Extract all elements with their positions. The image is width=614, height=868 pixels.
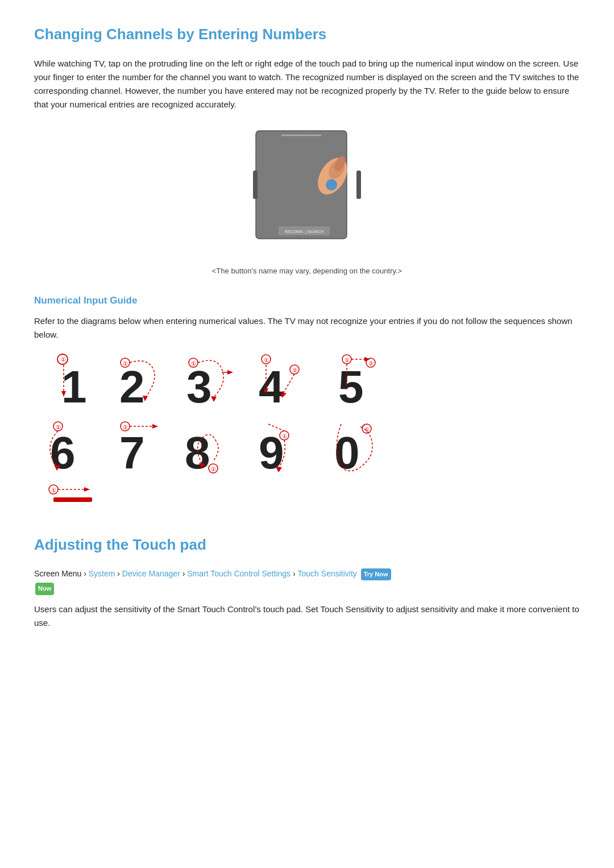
breadcrumb-sep3: › bbox=[293, 569, 298, 578]
svg-marker-53 bbox=[152, 424, 158, 429]
digits-row-1: 1 ① 2 ① 3 ① bbox=[40, 350, 563, 412]
main-title: Changing Channels by Entering Numbers bbox=[34, 23, 580, 47]
digits-row-2: 6 ① 7 ① 8 ① 9 ① bbox=[40, 416, 563, 478]
svg-line-35 bbox=[283, 374, 294, 393]
breadcrumb-sep1: › bbox=[117, 569, 122, 578]
svg-text:2: 2 bbox=[119, 362, 145, 412]
adjusting-title: Adjusting the Touch pad bbox=[34, 533, 580, 557]
svg-text:1: 1 bbox=[61, 362, 87, 412]
svg-marker-69 bbox=[84, 487, 90, 492]
breadcrumb-system[interactable]: System bbox=[89, 569, 115, 578]
svg-text:②: ② bbox=[292, 367, 297, 373]
svg-text:RECOMM. | SEARCH: RECOMM. | SEARCH bbox=[285, 230, 324, 234]
image-caption: <The button's name may vary, depending o… bbox=[34, 265, 580, 277]
main-body: While watching TV, tap on the protruding… bbox=[34, 57, 580, 111]
svg-text:①: ① bbox=[191, 360, 196, 367]
breadcrumb-sep2: › bbox=[182, 569, 188, 578]
svg-text:0: 0 bbox=[334, 427, 360, 478]
numerical-input-guide-title: Numerical Input Guide bbox=[34, 293, 580, 308]
adjusting-body-text: Users can adjust the sensitivity of the … bbox=[34, 604, 321, 614]
now-badge-green[interactable]: Now bbox=[35, 583, 54, 595]
breadcrumb-device-manager[interactable]: Device Manager bbox=[122, 569, 180, 578]
svg-text:3: 3 bbox=[186, 362, 212, 412]
numerical-input-guide-section: Numerical Input Guide Refer to the diagr… bbox=[34, 293, 580, 511]
numerical-input-guide-body: Refer to the diagrams below when enterin… bbox=[34, 314, 580, 342]
svg-text:①: ① bbox=[123, 424, 128, 430]
adjusting-body: Users can adjust the sensitivity of the … bbox=[34, 603, 580, 630]
breadcrumb-smart-touch[interactable]: Smart Touch Control Settings bbox=[187, 569, 291, 578]
svg-text:5: 5 bbox=[338, 362, 364, 412]
svg-text:6: 6 bbox=[50, 427, 76, 478]
svg-text:①: ① bbox=[282, 433, 287, 439]
svg-text:7: 7 bbox=[119, 427, 145, 478]
breadcrumb-touch-sensitivity[interactable]: Touch Sensitivity bbox=[298, 569, 357, 578]
breadcrumb: Screen Menu › System › Device Manager › … bbox=[34, 567, 580, 595]
try-now-badge[interactable]: Try Now bbox=[361, 568, 391, 581]
adjusting-section: Adjusting the Touch pad Screen Menu › Sy… bbox=[34, 533, 580, 630]
touchpad-image-container: RECOMM. | SEARCH bbox=[34, 125, 580, 260]
breadcrumb-prefix: Screen Menu › bbox=[34, 569, 86, 578]
svg-text:①: ① bbox=[51, 487, 56, 493]
svg-text:①: ① bbox=[56, 424, 61, 430]
svg-text:9: 9 bbox=[259, 427, 284, 478]
svg-rect-4 bbox=[253, 171, 258, 199]
svg-text:①: ① bbox=[264, 357, 269, 363]
svg-text:①: ① bbox=[345, 357, 350, 363]
svg-rect-5 bbox=[356, 171, 361, 199]
touchpad-illustration: RECOMM. | SEARCH bbox=[244, 125, 370, 256]
svg-point-12 bbox=[326, 179, 337, 190]
adjusting-body-link[interactable]: Touch Sensitivity bbox=[321, 604, 384, 614]
svg-marker-25 bbox=[211, 396, 217, 402]
svg-text:①: ① bbox=[123, 360, 128, 367]
svg-rect-70 bbox=[53, 497, 92, 502]
svg-text:4: 4 bbox=[259, 362, 284, 412]
svg-text:①: ① bbox=[61, 356, 66, 363]
dash-illustration: ① bbox=[44, 480, 158, 512]
svg-text:②: ② bbox=[368, 360, 374, 367]
svg-text:①: ① bbox=[211, 466, 216, 472]
svg-marker-27 bbox=[227, 370, 233, 375]
